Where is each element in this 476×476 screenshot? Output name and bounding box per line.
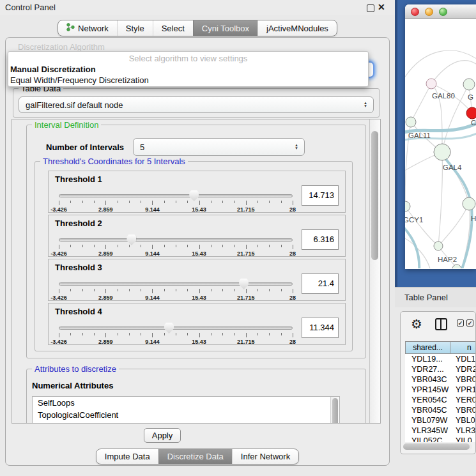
slider-handle[interactable] [239,279,249,289]
tab-discretize-data[interactable]: Discretize Data [158,449,232,464]
tab-style[interactable]: Style [117,20,153,36]
gear-icon[interactable]: ⚙ [411,316,422,332]
table-row[interactable]: YPR145WYPR1 [405,385,476,395]
threshold-slider[interactable]: -3.4262.8599.14415.4321.71528 [59,279,293,300]
tick-mark [176,333,176,335]
slider-track[interactable] [59,238,293,242]
network-node-g[interactable] [463,79,475,90]
network-canvas[interactable]: GAL80GCGAL11GAL4GCY1HHAP2 [405,19,476,268]
cell-name: YDL1 [450,354,476,364]
slider-track[interactable] [59,194,293,197]
table-row[interactable]: YDR27...YDR2 [405,364,476,374]
tab-infer-network[interactable]: Infer Network [232,449,298,464]
tick-mark [105,289,106,293]
table-panel-title: Table Panel [404,288,448,307]
scale-label: 9.144 [145,206,160,213]
threshold-value-field[interactable]: 6.316 [302,229,339,250]
scrollbar-thumb[interactable] [403,443,470,450]
cell-name: YER0 [450,395,476,405]
table-row[interactable]: YLR345WYLR3 [405,426,476,436]
slider-scale-labels: -3.4262.8599.14415.4321.71528 [59,250,293,257]
interval-definition-group: Interval Definition Number of Intervals … [26,125,366,358]
table-row[interactable]: YBR043CYBR0 [405,374,476,385]
scale-label: -3.426 [50,295,67,301]
popup-option-manual-discretization[interactable]: Manual Discretization [8,64,368,75]
tick-mark [211,333,211,335]
settings-vertical-scrollbar[interactable] [369,119,380,423]
table-row[interactable]: YIL052CYIL0 [405,436,476,442]
node-label: H [471,215,476,222]
table-row[interactable]: YBL079WYBL0 [405,415,476,426]
control-panel-title: Control Panel [5,0,56,15]
zoom-traffic-light[interactable] [439,8,447,16]
scrollbar-thumb[interactable] [371,131,378,260]
minimize-traffic-light[interactable] [425,8,433,16]
network-node-gal11[interactable] [406,117,416,127]
network-node-gal80[interactable] [426,79,436,89]
tick-mark [257,201,258,203]
checkbox-icon[interactable]: ✓ [457,319,464,326]
column-header-shared-name[interactable]: shared... [405,341,450,354]
table-row[interactable]: YBR045CYBR0 [405,405,476,415]
scale-label: 21.715 [237,206,255,213]
slider-handle[interactable] [164,323,174,334]
slider-handle[interactable] [127,234,136,245]
cell-shared-name: YLR345W [405,426,450,436]
threshold-value-field[interactable]: 21.4 [302,273,339,294]
column-header-name[interactable]: n [450,341,476,354]
threshold-slider[interactable]: -3.4262.8599.14415.4321.71528 [59,234,293,256]
attributes-list-scrollbar[interactable] [330,397,339,424]
tick-mark [187,333,188,335]
network-window-titlebar[interactable] [405,4,476,19]
scale-label: 2.859 [98,295,113,301]
slider-track[interactable] [59,326,293,330]
slider-track[interactable] [59,282,293,286]
tick-mark [118,333,118,335]
close-icon[interactable]: ✕ [378,2,385,12]
threshold-value-field[interactable]: 11.344 [302,318,339,338]
attribute-items: SelfLoopsTopologicalCoefficientBetweenne… [33,397,339,424]
close-traffic-light[interactable] [411,8,419,16]
threshold-row: Threshold 2 -3.4262.8599.14415.4321.7152… [48,215,346,257]
scrollbar-thumb[interactable] [332,398,338,424]
apply-button[interactable]: Apply [144,428,181,443]
threshold-value-field[interactable]: 14.713 [302,185,339,206]
desktop-edge [395,0,397,287]
cell-name: YLR3 [450,426,476,436]
float-window-icon[interactable] [367,4,374,12]
network-icon [66,23,75,33]
attribute-item-topologicalcoefficient[interactable]: TopologicalCoefficient [33,409,339,421]
network-node-gal4[interactable] [434,144,450,160]
attribute-item-betweennesscentrality[interactable]: BetweennessCentrality [33,421,339,424]
table-data-combobox[interactable]: galFiltered.sif default node ▲▼ [19,96,374,113]
attribute-item-selfloops[interactable]: SelfLoops [33,397,339,409]
number-of-intervals-combobox[interactable]: 5 ▲▼ [133,138,305,156]
table-horizontal-scrollbar[interactable] [403,443,472,450]
network-node-c[interactable] [466,107,476,119]
threshold-label: Threshold 4 [55,307,102,316]
table-data-group: Table Data galFiltered.sif default node … [13,88,380,118]
tab-cyni-toolbox[interactable]: Cyni Toolbox [193,20,257,36]
tab-select[interactable]: Select [153,20,193,36]
settings-scroll-container: Interval Definition Number of Intervals … [12,119,381,424]
network-node-h[interactable] [463,197,475,210]
tab-impute-data[interactable]: Impute Data [96,449,158,464]
popup-option-equal-width-frequency-discretization[interactable]: Equal Width/Frequency Discretization [8,75,368,86]
network-node-gcy1[interactable] [405,201,410,211]
tab-label: jActiveMNodules [266,24,328,33]
tab-jactivemnodules[interactable]: jActiveMNodules [257,20,337,36]
numerical-attributes-list[interactable]: SelfLoopsTopologicalCoefficientBetweenne… [32,396,340,424]
threshold-slider[interactable]: -3.4262.8599.14415.4321.71528 [59,323,293,344]
columns-icon[interactable] [435,318,447,330]
tick-mark [176,289,176,291]
cell-name: YBL0 [450,415,476,426]
table-row[interactable]: YER054CYER0 [405,395,476,405]
tab-network[interactable]: Network [58,20,117,36]
tick-mark [199,333,200,337]
slider-handle[interactable] [189,190,199,201]
network-node-hap2[interactable] [434,242,443,250]
threshold-slider[interactable]: -3.4262.8599.14415.4321.71528 [59,190,293,212]
table-row[interactable]: YDL19...YDL1 [405,354,476,364]
checkbox-icon[interactable]: ✓ [466,319,473,326]
thresholds-group-title: Threshold's Coordinates for 5 Intervals [40,157,188,166]
